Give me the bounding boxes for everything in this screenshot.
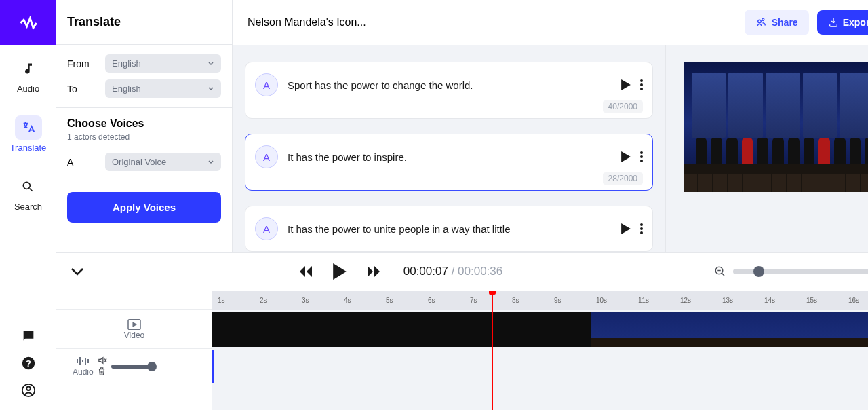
video-preview-panel <box>665 45 868 252</box>
play-icon[interactable] <box>621 79 631 90</box>
zoom-out-icon[interactable] <box>714 265 726 278</box>
svg-point-0 <box>24 182 31 189</box>
line-card[interactable]: A It has the power to unite people in a … <box>245 206 653 252</box>
audio-track-label[interactable]: Audio <box>56 349 212 384</box>
svg-rect-23 <box>87 359 89 363</box>
chat-icon[interactable] <box>21 329 36 343</box>
export-button[interactable]: Export <box>817 10 868 35</box>
rail-search[interactable]: Search <box>14 164 42 223</box>
rail-translate-label: Translate <box>10 143 47 153</box>
actor-avatar: A <box>255 145 278 168</box>
total-duration: 00:00:36 <box>458 265 502 278</box>
svg-rect-19 <box>77 359 78 363</box>
timeline-panel: 00:00:07 / 00:00:36 Video Audio <box>56 252 868 410</box>
trash-icon[interactable] <box>98 367 106 376</box>
search-icon <box>14 174 41 199</box>
more-icon[interactable] <box>640 79 643 90</box>
play-icon[interactable] <box>621 223 631 234</box>
audio-track[interactable] <box>212 349 868 384</box>
actor-voice-value: Original Voice <box>112 157 166 167</box>
svg-point-4 <box>26 387 31 391</box>
account-icon[interactable] <box>21 383 36 398</box>
actor-avatar: A <box>255 217 278 240</box>
play-icon[interactable] <box>621 151 631 162</box>
audio-volume-slider[interactable] <box>111 365 152 369</box>
video-clip[interactable] <box>212 312 868 347</box>
voices-subtitle: 1 actors detected <box>67 132 221 142</box>
lines-list: A Sport has the power to change the worl… <box>233 45 665 252</box>
actor-letter: A <box>67 157 105 168</box>
line-text[interactable]: It has the power to unite people in a wa… <box>288 223 612 235</box>
logo[interactable] <box>0 0 56 45</box>
from-label: From <box>67 58 105 69</box>
svg-text:?: ? <box>26 358 31 369</box>
project-title[interactable]: Nelson Mandela's Icon... <box>248 16 736 29</box>
video-icon <box>127 318 142 331</box>
actor-avatar: A <box>255 73 278 96</box>
more-icon[interactable] <box>640 151 643 162</box>
svg-point-11 <box>640 155 643 158</box>
svg-rect-20 <box>79 357 81 365</box>
share-icon <box>755 16 768 29</box>
svg-rect-21 <box>82 360 83 362</box>
to-language-select[interactable]: English <box>105 79 221 98</box>
rail-audio[interactable]: Audio <box>15 45 42 105</box>
time-display: 00:00:07 / 00:00:36 <box>403 265 503 278</box>
video-preview[interactable] <box>684 62 869 192</box>
svg-point-10 <box>640 151 643 154</box>
playhead[interactable] <box>492 291 493 410</box>
header-bar: Nelson Mandela's Icon... Share Export <box>233 0 868 45</box>
video-track[interactable] <box>212 310 868 349</box>
more-icon[interactable] <box>640 223 643 234</box>
line-card[interactable]: A It has the power to inspire. 28/2000 <box>245 134 653 191</box>
svg-rect-22 <box>85 358 86 365</box>
from-value: English <box>112 58 141 69</box>
svg-point-6 <box>762 18 764 20</box>
rail-audio-label: Audio <box>17 83 39 94</box>
to-value: English <box>112 83 141 94</box>
help-icon[interactable]: ? <box>21 356 36 371</box>
svg-point-5 <box>757 20 761 23</box>
zoom-slider[interactable] <box>733 269 868 274</box>
char-count: 28/2000 <box>603 172 643 185</box>
audio-bars-icon <box>76 356 90 366</box>
to-label: To <box>67 83 105 94</box>
video-track-label[interactable]: Video <box>56 310 212 349</box>
current-time: 00:00:07 <box>403 265 448 278</box>
svg-point-9 <box>640 88 643 90</box>
voices-title: Choose Voices <box>67 117 221 130</box>
play-button[interactable] <box>333 263 347 280</box>
share-button[interactable]: Share <box>745 10 809 35</box>
skip-forward-icon[interactable] <box>367 265 383 278</box>
rail-translate[interactable]: Translate <box>10 105 47 164</box>
track-labels: Video Audio <box>56 291 212 410</box>
panel-title: Translate <box>56 0 232 45</box>
svg-point-7 <box>640 79 643 82</box>
mute-icon[interactable] <box>98 356 107 365</box>
apply-voices-button[interactable]: Apply Voices <box>67 192 221 223</box>
music-note-icon <box>15 56 42 81</box>
chevron-down-icon <box>208 86 214 92</box>
download-icon <box>828 17 839 28</box>
rail-search-label: Search <box>14 202 42 212</box>
line-card[interactable]: A Sport has the power to change the worl… <box>245 62 653 119</box>
skip-back-icon[interactable] <box>296 265 313 278</box>
audio-clip[interactable] <box>212 350 868 383</box>
svg-point-14 <box>640 227 643 230</box>
translate-panel: Translate From English To English <box>56 0 233 252</box>
svg-point-13 <box>640 223 643 226</box>
line-text[interactable]: Sport has the power to change the world. <box>288 79 612 91</box>
line-text[interactable]: It has the power to inspire. <box>288 151 612 163</box>
actor-voice-select[interactable]: Original Voice <box>105 153 221 171</box>
chevron-down-icon <box>208 60 214 67</box>
svg-point-15 <box>640 231 643 234</box>
collapse-timeline-button[interactable] <box>70 267 85 276</box>
left-rail: Audio Translate Search ? <box>0 0 56 410</box>
chevron-down-icon <box>208 159 214 166</box>
svg-point-8 <box>640 83 643 86</box>
from-language-select[interactable]: English <box>105 54 221 73</box>
char-count: 40/2000 <box>603 100 643 113</box>
time-ruler[interactable]: 1s2s3s4s 5s6s7s8s 9s10s11s12s 13s14s15s1… <box>212 291 868 310</box>
timeline-tracks[interactable]: 1s2s3s4s 5s6s7s8s 9s10s11s12s 13s14s15s1… <box>212 291 868 410</box>
svg-point-12 <box>640 160 643 162</box>
